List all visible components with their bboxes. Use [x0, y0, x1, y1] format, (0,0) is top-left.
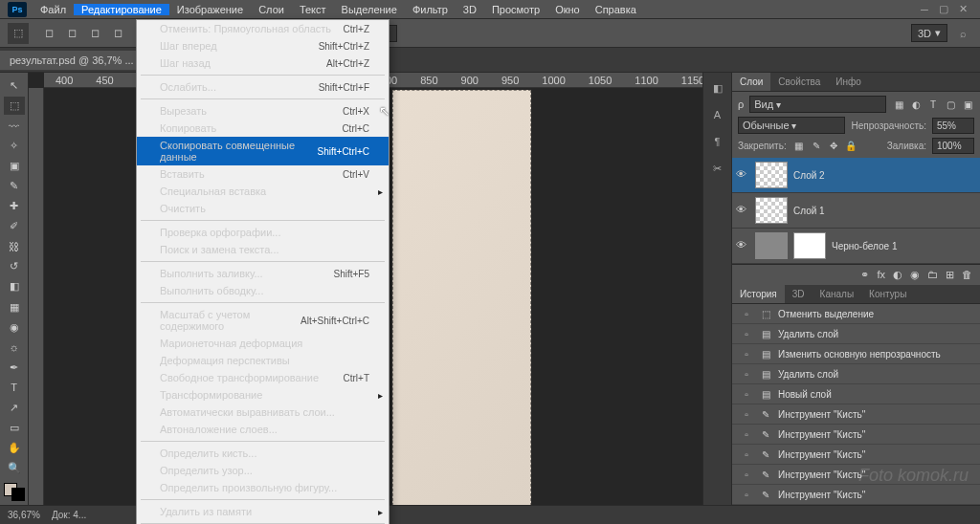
fill-input[interactable]: 100% — [932, 138, 974, 154]
gradient-tool-icon[interactable]: ▦ — [4, 298, 25, 317]
menu-item-6[interactable]: Фильтр — [405, 4, 456, 15]
menu-item-5[interactable]: Выделение — [334, 4, 405, 15]
menu-entry-2[interactable]: Шаг назадAlt+Ctrl+Z — [137, 55, 389, 72]
menu-entry-19[interactable]: Масштаб с учетом содержимогоAlt+Shift+Ct… — [137, 306, 389, 335]
dodge-tool-icon[interactable]: ☼ — [4, 338, 25, 357]
crop-tool-icon[interactable]: ▣ — [4, 157, 25, 175]
history-tab-2[interactable]: Каналы — [813, 285, 862, 303]
hand-tool-icon[interactable]: ✋ — [4, 439, 25, 457]
zoom-level[interactable]: 36,67% — [8, 510, 40, 520]
minimize-button[interactable]: ─ — [915, 2, 934, 17]
history-tab-3[interactable]: Контуры — [861, 285, 914, 303]
background-swatch[interactable] — [11, 488, 25, 501]
menu-entry-17[interactable]: Выполнить обводку... — [137, 282, 389, 299]
menu-entry-31[interactable]: Удалить из памяти — [137, 503, 389, 520]
lock-move-icon[interactable]: ✥ — [827, 140, 840, 153]
marquee-tool-icon[interactable]: ⬚ — [4, 97, 25, 115]
wand-tool-icon[interactable]: ✧ — [4, 137, 25, 155]
brush-tool-icon[interactable]: ✐ — [4, 217, 25, 235]
filter-icon-adjust[interactable]: ◐ — [909, 98, 923, 111]
visibility-icon[interactable]: 👁 — [736, 168, 749, 182]
layer-thumbnail[interactable] — [755, 162, 788, 188]
active-tool-icon[interactable]: ⬚ — [8, 23, 29, 44]
pen-tool-icon[interactable]: ✒ — [4, 359, 25, 377]
menu-item-8[interactable]: Просмотр — [484, 4, 547, 15]
path-tool-icon[interactable]: ↗ — [4, 399, 25, 417]
maximize-button[interactable]: ▢ — [934, 2, 953, 17]
mask-icon[interactable]: ◐ — [893, 269, 902, 281]
menu-entry-8[interactable]: Скопировать совмещенные данныеShift+Ctrl… — [137, 137, 389, 165]
menu-entry-6[interactable]: ВырезатьCtrl+X — [137, 102, 389, 120]
layer-row[interactable]: 👁Черно-белое 1 — [732, 229, 980, 264]
menu-entry-28[interactable]: Определить узор... — [137, 462, 389, 479]
doc-info[interactable]: Док: 4... — [52, 510, 86, 520]
healing-tool-icon[interactable]: ✚ — [4, 197, 25, 215]
menu-entry-27[interactable]: Определить кисть... — [137, 445, 389, 462]
history-row[interactable]: ▫⬚Отменить выделение — [732, 304, 980, 324]
layer-row[interactable]: 👁Слой 1 — [732, 193, 980, 229]
layers-tab-0[interactable]: Слои — [732, 73, 770, 91]
history-tab-1[interactable]: 3D — [785, 285, 813, 303]
adjustment-icon[interactable]: ◉ — [910, 269, 920, 281]
history-row[interactable]: ▫▤Удалить слой — [732, 364, 980, 384]
lasso-tool-icon[interactable]: 〰 — [4, 117, 25, 135]
menu-entry-10[interactable]: Специальная вставка — [137, 183, 389, 200]
move-tool-icon[interactable]: ↖ — [4, 76, 25, 95]
visibility-icon[interactable]: 👁 — [736, 239, 749, 252]
lock-trans-icon[interactable]: ▦ — [792, 140, 806, 153]
group-icon[interactable]: 🗀 — [927, 269, 938, 281]
filter-icon-smart[interactable]: ▣ — [961, 98, 974, 111]
layers-tab-1[interactable]: Свойства — [770, 73, 828, 91]
filter-icon-type[interactable]: T — [926, 98, 940, 111]
menu-item-3[interactable]: Слои — [251, 4, 292, 15]
delete-layer-icon[interactable]: 🗑 — [962, 269, 972, 281]
close-button[interactable]: ✕ — [953, 2, 972, 17]
blur-tool-icon[interactable]: ◉ — [4, 318, 25, 337]
zoom-tool-icon[interactable]: 🔍 — [4, 459, 25, 477]
menu-item-2[interactable]: Изображение — [169, 4, 251, 15]
menu-entry-0[interactable]: Отменить: Прямоугольная областьCtrl+Z — [137, 20, 389, 37]
menu-entry-16[interactable]: Выполнить заливку...Shift+F5 — [137, 265, 389, 282]
menu-entry-22[interactable]: Свободное трансформированиеCtrl+T — [137, 369, 389, 386]
layer-filter-select[interactable]: Вид ▾ — [749, 96, 886, 113]
history-row[interactable]: ▫✎Инструмент "Кисть" — [732, 465, 980, 485]
menu-entry-11[interactable]: Очистить — [137, 200, 389, 217]
menu-entry-20[interactable]: Марионеточная деформация — [137, 335, 389, 352]
menu-item-1[interactable]: Редактирование — [74, 4, 169, 15]
menu-entry-1[interactable]: Шаг впередShift+Ctrl+Z — [137, 37, 389, 55]
menu-entry-23[interactable]: Трансформирование — [137, 386, 389, 404]
filter-icon-image[interactable]: ▦ — [892, 98, 905, 111]
history-row[interactable]: ▫✎Инструмент "Кисть" — [732, 425, 980, 445]
filter-icon-shape[interactable]: ▢ — [944, 98, 957, 111]
blend-mode-select[interactable]: Обычные ▾ — [738, 117, 845, 134]
menu-item-0[interactable]: Файл — [33, 4, 74, 15]
panel-icon-adjust[interactable]: ✂ — [708, 159, 727, 178]
menu-entry-7[interactable]: КопироватьCtrl+C — [137, 120, 389, 137]
marquee-icons[interactable]: ◻ ◻ ◻ ◻ — [38, 23, 128, 44]
stamp-tool-icon[interactable]: ⛓ — [4, 237, 25, 255]
menu-entry-9[interactable]: ВставитьCtrl+V — [137, 165, 389, 183]
history-row[interactable]: ▫▤Новый слой — [732, 384, 980, 404]
layer-thumbnail[interactable] — [793, 232, 826, 259]
fx-icon[interactable]: fx — [877, 269, 885, 281]
marquee-sub-icon[interactable]: ◻ — [84, 23, 105, 44]
workspace-3d-select[interactable]: 3D ▾ — [911, 24, 947, 42]
eyedropper-tool-icon[interactable]: ✎ — [4, 177, 25, 195]
lock-paint-icon[interactable]: ✎ — [810, 140, 823, 153]
history-row[interactable]: ▫▤Изменить основную непрозрачность — [732, 344, 980, 364]
panel-icon-paragraph[interactable]: ¶ — [708, 132, 727, 151]
canvas-document[interactable] — [392, 90, 531, 505]
opacity-input[interactable]: 55% — [932, 118, 974, 134]
layers-tab-2[interactable]: Инфо — [828, 73, 869, 91]
type-tool-icon[interactable]: T — [4, 379, 25, 397]
document-tab[interactable]: результат.psd @ 36,7% ... × — [0, 51, 155, 70]
eraser-tool-icon[interactable]: ◧ — [4, 277, 25, 295]
panel-icon-type[interactable]: A — [708, 105, 727, 124]
history-row[interactable]: ▫✎Инструмент "Кисть" — [732, 445, 980, 465]
lock-all-icon[interactable]: 🔒 — [844, 140, 858, 153]
new-layer-icon[interactable]: ⊞ — [946, 269, 954, 281]
history-brush-tool-icon[interactable]: ↺ — [4, 257, 25, 275]
marquee-add-icon[interactable]: ◻ — [61, 23, 82, 44]
link-layers-icon[interactable]: ⚭ — [860, 269, 869, 281]
history-row[interactable]: ▫✎Инструмент "Кисть" — [732, 404, 980, 425]
